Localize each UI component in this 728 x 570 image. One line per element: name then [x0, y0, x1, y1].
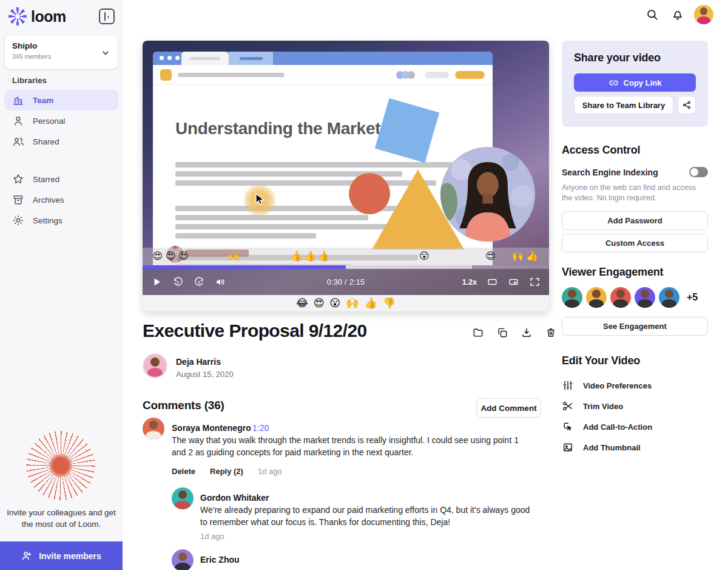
window-controls-dots: [160, 56, 180, 60]
reaction-emoji-button[interactable]: 😍: [314, 298, 325, 308]
copy-link-button[interactable]: Copy Link: [574, 73, 696, 92]
theater-mode-button[interactable]: [487, 276, 498, 288]
theater-mode-icon: [487, 276, 498, 288]
play-button[interactable]: [151, 276, 163, 288]
timeline-reaction: 🙌: [511, 250, 524, 262]
delete-video-button[interactable]: [543, 325, 559, 341]
sidebar-item-archives[interactable]: Archives: [4, 189, 118, 210]
share-heading: Share your video: [574, 52, 696, 64]
edit-video-heading: Edit Your Video: [562, 355, 708, 367]
viewer-engagement-section: Viewer Engagement +5 See Engagement: [562, 266, 708, 336]
author-avatar: [143, 353, 167, 378]
viewer-avatar[interactable]: [659, 287, 679, 308]
forward-5-button[interactable]: 5: [194, 276, 205, 288]
sidebar-item-settings[interactable]: Settings: [4, 210, 118, 231]
svg-text:5: 5: [177, 280, 179, 285]
custom-access-button[interactable]: Custom Access: [562, 234, 708, 253]
commenter-avatar: [143, 418, 164, 439]
loom-logo[interactable]: loom: [8, 7, 66, 25]
edit-item-label: Video Preferences: [583, 381, 652, 390]
timeline-reaction: 👍: [526, 250, 538, 262]
rewind-5-button[interactable]: 5: [172, 276, 184, 288]
browser-tab-active: [181, 52, 229, 65]
edit-item-label: Add Thumbnail: [583, 443, 641, 452]
sidebar-item-shared[interactable]: Shared: [4, 131, 118, 152]
sidebar-item-personal[interactable]: Personal: [4, 110, 118, 131]
copy-icon: [496, 327, 508, 339]
video-preferences-item[interactable]: Video Preferences: [562, 375, 708, 396]
see-engagement-button[interactable]: See Engagement: [562, 317, 708, 336]
search-engine-indexing-toggle[interactable]: [689, 167, 708, 177]
download-icon: [521, 327, 533, 339]
image-icon: [562, 441, 574, 453]
fullscreen-button[interactable]: [529, 276, 541, 288]
reaction-emoji-button[interactable]: 😂: [296, 298, 308, 308]
reply-button[interactable]: Reply (2): [210, 467, 243, 476]
share-options-button[interactable]: [678, 96, 696, 114]
comment-body: We're already preparing to expand our pa…: [200, 504, 533, 528]
comment-author: Gordon Whitaker: [200, 493, 269, 503]
delete-comment-button[interactable]: Delete: [172, 467, 195, 476]
volume-button[interactable]: [215, 276, 226, 288]
cursor-click-icon: [562, 421, 574, 433]
comment-author: Eric Zhou: [200, 555, 240, 565]
forward-5-icon: 5: [194, 276, 205, 288]
sidebar-item-team[interactable]: Team: [4, 90, 118, 110]
general-nav: Starred Archives Settings: [4, 169, 118, 231]
archive-icon: [12, 194, 24, 206]
workspace-members: 345 members: [12, 53, 110, 60]
search-button[interactable]: [643, 5, 661, 24]
commenter-avatar: [172, 487, 194, 509]
people-icon: [12, 135, 24, 148]
invite-members-button[interactable]: Invite members: [0, 541, 123, 570]
notifications-button[interactable]: [669, 5, 687, 24]
picture-in-picture-button[interactable]: [508, 276, 519, 288]
loom-wordmark: loom: [31, 8, 66, 25]
presenter-webcam-bubble: [440, 147, 535, 242]
topbar: [123, 0, 728, 29]
trim-video-item[interactable]: Trim Video: [562, 396, 708, 416]
chevron-down-icon: [101, 48, 110, 58]
add-thumbnail-item[interactable]: Add Thumbnail: [562, 437, 708, 458]
sidebar-collapse-button[interactable]: ‹: [99, 8, 115, 24]
add-password-button[interactable]: Add Password: [562, 211, 708, 230]
loom-video-page: loom ‹ Shiplo 345 members Libraries Team: [0, 0, 728, 570]
reaction-emoji-button[interactable]: 👍: [365, 298, 377, 308]
timeline-reaction: 🙌: [228, 250, 240, 262]
share-to-team-library-button[interactable]: Share to Team Library: [574, 96, 673, 114]
duplicate-button[interactable]: [494, 325, 510, 341]
timeline-reaction: 😍: [485, 250, 496, 262]
add-call-to-action-item[interactable]: Add Call-to-Action: [562, 416, 708, 437]
move-to-folder-button[interactable]: [470, 325, 486, 341]
viewer-avatar[interactable]: [610, 287, 631, 308]
comment-timestamp-link[interactable]: 1:20: [252, 423, 269, 433]
comment-author: Soraya Montenegro: [172, 423, 251, 433]
download-button[interactable]: [519, 325, 534, 341]
viewer-avatar[interactable]: [586, 287, 607, 308]
timeline-reaction: 😍: [152, 250, 163, 262]
timeline-reaction: 👍: [304, 250, 316, 262]
video-player-card: Understanding the Market: [143, 41, 549, 311]
access-control-heading: Access Control: [562, 144, 708, 157]
add-comment-button[interactable]: Add Comment: [476, 398, 541, 418]
play-icon: [151, 276, 163, 288]
reaction-emoji-button[interactable]: 👎: [383, 298, 396, 308]
playback-speed-button[interactable]: 1.2x: [462, 278, 477, 287]
reaction-emoji-button[interactable]: 🙌: [346, 298, 359, 308]
workspace-switcher[interactable]: Shiplo 345 members: [4, 35, 118, 69]
comment-time: 1d ago: [258, 467, 282, 476]
reaction-emoji-button[interactable]: 😮: [330, 298, 341, 308]
slide-title: Understanding the Market: [175, 119, 380, 138]
collapse-panel-icon: ‹: [104, 12, 110, 21]
viewer-avatar[interactable]: [635, 287, 655, 308]
access-control-section: Access Control Search Engine Indexing An…: [562, 144, 708, 253]
video-actions: [470, 325, 559, 341]
timeline-reaction: 😍: [166, 250, 176, 262]
sidebar-item-starred[interactable]: Starred: [4, 169, 118, 189]
libraries-label: Libraries: [12, 76, 47, 85]
user-avatar[interactable]: [694, 5, 713, 24]
viewer-avatar[interactable]: [562, 287, 582, 308]
person-icon: [12, 115, 24, 127]
video-player[interactable]: Understanding the Market: [143, 41, 549, 295]
engagement-avatars: [562, 287, 679, 308]
